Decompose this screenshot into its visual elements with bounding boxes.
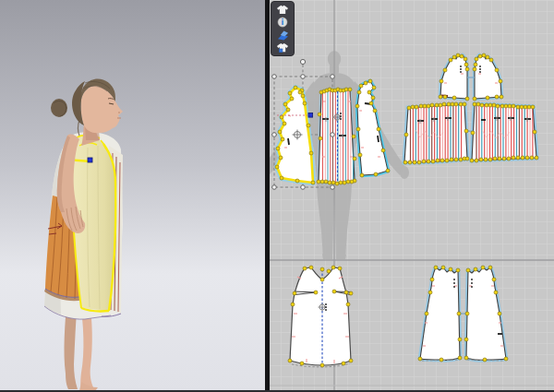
piece-skirt-left[interactable] <box>404 101 467 164</box>
info-icon-glyph: i <box>282 18 284 27</box>
rotate-handle[interactable] <box>300 59 305 64</box>
garment-texture-icon[interactable] <box>273 42 292 53</box>
pattern-info-icon[interactable]: i <box>273 17 292 28</box>
2d-pattern-canvas[interactable] <box>270 0 554 392</box>
selected-point-2d[interactable] <box>308 113 313 118</box>
piece-dress-front[interactable] <box>290 267 351 367</box>
3d-garment-viewport[interactable] <box>0 0 265 392</box>
2d-toolbar: i <box>271 1 295 56</box>
piece-skirt-right[interactable] <box>472 101 536 162</box>
show-3d-garment-icon[interactable] <box>273 4 292 15</box>
piece-front-center[interactable] <box>319 89 355 184</box>
fabric-swatch-icon[interactable] <box>273 30 292 41</box>
garment-design-app: i <box>0 0 554 392</box>
3d-background <box>0 0 265 392</box>
3d-scene <box>0 0 265 392</box>
2d-pattern-viewport[interactable]: i <box>270 0 554 392</box>
selected-point-3d[interactable] <box>88 158 92 162</box>
